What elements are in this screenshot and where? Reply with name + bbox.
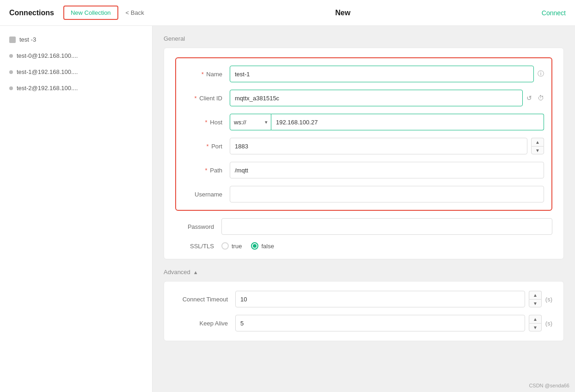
connection-dot-2 <box>9 86 13 90</box>
collection-icon <box>9 37 16 43</box>
collection-name: test -3 <box>19 36 36 43</box>
host-input[interactable] <box>271 114 544 130</box>
protocol-select[interactable]: ws:// wss:// mqtt:// mqtts:// <box>230 114 271 130</box>
connection-dot-1 <box>9 70 13 74</box>
refresh-icon[interactable]: ↺ <box>526 94 532 102</box>
sidebar-item-connection-0[interactable]: test-0@192.168.100.... <box>0 48 152 64</box>
keep-alive-input[interactable] <box>235 315 525 331</box>
connect-button[interactable]: Connect <box>542 9 566 17</box>
ssl-tls-label: SSL/TLS <box>175 243 221 250</box>
general-form-card: * Name ⓘ * Client ID ↺ ⏱ <box>164 48 564 259</box>
required-star-path: * <box>205 167 208 174</box>
port-label: * Port <box>184 143 230 150</box>
connect-timeout-input[interactable] <box>235 291 525 307</box>
main-layout: test -3 test-0@192.168.100.... test-1@19… <box>0 26 575 392</box>
keep-alive-decrement-button[interactable]: ▼ <box>529 323 542 331</box>
ssl-false-radio[interactable] <box>251 242 258 250</box>
sidebar-collection[interactable]: test -3 <box>0 31 152 48</box>
name-row: * Name ⓘ <box>176 66 551 82</box>
keep-alive-label: Keep Alive <box>175 320 235 327</box>
client-id-row: * Client ID ↺ ⏱ <box>176 90 551 106</box>
sidebar-item-connection-2[interactable]: test-2@192.168.100.... <box>0 80 152 96</box>
connect-timeout-spinner: ▲ ▼ <box>529 291 542 307</box>
connect-timeout-unit: (s) <box>545 296 552 303</box>
path-label: * Path <box>184 167 230 174</box>
required-star-clientid: * <box>194 95 196 102</box>
ssl-true-option[interactable]: true <box>221 242 242 250</box>
advanced-section-title: Advanced ▲ <box>164 269 564 276</box>
keep-alive-row: Keep Alive ▲ ▼ (s) <box>175 315 552 331</box>
connection-label-2: test-2@192.168.100.... <box>17 85 78 92</box>
host-row: * Host ws:// wss:// mqtt:// mqtts:// <box>176 114 551 130</box>
username-row: Username <box>176 186 551 202</box>
required-star-port: * <box>206 143 208 150</box>
ssl-true-radio[interactable] <box>221 242 229 250</box>
app-title: Connections <box>9 9 54 17</box>
connection-label-1: test-1@192.168.100.... <box>17 68 78 75</box>
keep-alive-unit: (s) <box>545 320 552 327</box>
keep-alive-increment-button[interactable]: ▲ <box>529 315 542 323</box>
client-id-input[interactable] <box>230 90 523 106</box>
content-area: General * Name ⓘ * Client ID <box>153 26 575 392</box>
port-input[interactable] <box>230 138 527 154</box>
sidebar-item-connection-1[interactable]: test-1@192.168.100.... <box>0 64 152 80</box>
new-collection-button[interactable]: New Collection <box>63 6 118 20</box>
ssl-tls-row: SSL/TLS true false <box>175 242 552 250</box>
connect-timeout-label: Connect Timeout <box>175 296 235 303</box>
port-spinner: ▲ ▼ <box>531 138 544 154</box>
port-decrement-button[interactable]: ▼ <box>531 146 544 154</box>
history-icon[interactable]: ⏱ <box>538 94 544 102</box>
ssl-false-option[interactable]: false <box>251 242 274 250</box>
password-row: Password <box>175 218 552 235</box>
password-label: Password <box>175 223 221 230</box>
path-row: * Path <box>176 162 551 178</box>
username-input[interactable] <box>230 186 544 202</box>
password-input[interactable] <box>221 218 552 235</box>
general-section-title: General <box>164 35 564 42</box>
port-increment-button[interactable]: ▲ <box>531 138 544 146</box>
required-star-host: * <box>205 119 208 126</box>
connect-timeout-increment-button[interactable]: ▲ <box>529 291 542 299</box>
port-row: * Port ▲ ▼ <box>176 138 551 154</box>
connection-dot-0 <box>9 54 13 58</box>
name-label: * Name <box>184 71 230 78</box>
name-input[interactable] <box>230 66 534 82</box>
advanced-form-card: Connect Timeout ▲ ▼ (s) Keep Alive ▲ ▼ <box>164 281 564 341</box>
client-id-label: * Client ID <box>184 95 230 102</box>
connect-timeout-decrement-button[interactable]: ▼ <box>529 299 542 307</box>
highlight-box: * Name ⓘ * Client ID ↺ ⏱ <box>175 57 552 211</box>
info-icon-name[interactable]: ⓘ <box>538 70 544 78</box>
app-header: Connections New Collection < Back New Co… <box>0 0 575 26</box>
username-label: Username <box>184 191 230 198</box>
protocol-select-wrap: ws:// wss:// mqtt:// mqtts:// <box>230 114 271 130</box>
keep-alive-spinner: ▲ ▼ <box>529 315 542 331</box>
host-input-group: ws:// wss:// mqtt:// mqtts:// <box>230 114 544 130</box>
back-button[interactable]: < Back <box>126 9 144 16</box>
page-title: New <box>144 9 542 17</box>
ssl-tls-radio-group: true false <box>221 242 274 250</box>
required-star-name: * <box>202 71 204 78</box>
advanced-collapse-icon[interactable]: ▲ <box>193 270 198 275</box>
connection-label-0: test-0@192.168.100.... <box>17 52 78 59</box>
watermark: CSDN @senda66 <box>529 383 569 388</box>
connect-timeout-row: Connect Timeout ▲ ▼ (s) <box>175 291 552 307</box>
host-label: * Host <box>184 119 230 126</box>
sidebar: test -3 test-0@192.168.100.... test-1@19… <box>0 26 153 392</box>
path-input[interactable] <box>230 162 544 178</box>
